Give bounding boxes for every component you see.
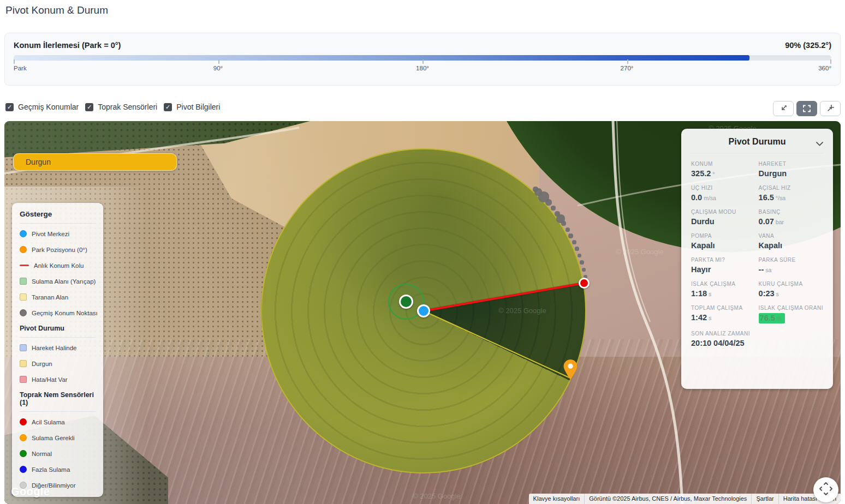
needs-water-swatch xyxy=(20,434,27,441)
collapse-arrow-icon xyxy=(779,105,787,112)
scanned-area-swatch xyxy=(20,293,27,301)
field-islak-orani: ISLAK ÇALIŞMA ORANI76.5% xyxy=(759,305,823,323)
field-acisal-hiz: AÇISAL HIZ16.5°/sa xyxy=(759,185,823,202)
collapse-map-button[interactable] xyxy=(773,101,794,116)
legend-item: Hata/Hat Var xyxy=(20,371,96,387)
legend-item: Durgun xyxy=(20,356,96,371)
toggle-label[interactable]: Toprak Sensörleri xyxy=(98,103,157,111)
pan-control-button[interactable] xyxy=(813,477,838,502)
soil-sensor-marker[interactable] xyxy=(399,295,413,309)
moving-swatch xyxy=(20,344,27,351)
unknown-swatch xyxy=(20,482,27,489)
legend-item: Pivot Merkezi xyxy=(20,226,96,242)
field-son-analiz: SON ANALIZ ZAMANI20:10 04/04/25 xyxy=(691,331,823,347)
field-parka-sure: PARKA SÜRE--sa xyxy=(759,257,823,274)
legend-item: Sulama Alanı (Yarıçap) xyxy=(20,273,96,289)
legend-item: Hareket Halinde xyxy=(20,340,96,356)
legend-section-pivot-status: Pivot Durumu xyxy=(20,325,96,332)
expand-map-button[interactable] xyxy=(820,101,841,116)
progress-track xyxy=(14,55,831,61)
legend-section-soil-sensors: Toprak Nem Sensörleri (1) xyxy=(20,391,96,406)
checkbox-checked-icon[interactable]: ✓ xyxy=(85,103,93,111)
page-title: Pivot Konum & Durum xyxy=(5,4,108,16)
panel-title: Pivot Durumu xyxy=(729,137,786,146)
checkbox-checked-icon[interactable]: ✓ xyxy=(5,103,14,111)
pivot-center-swatch xyxy=(20,230,27,237)
pivot-status-panel: Pivot Durumu KONUM325.2° HAREKETDurgun U… xyxy=(681,129,833,389)
tick-mark xyxy=(627,59,628,64)
legend-item: Anlık Konum Kolu xyxy=(20,257,96,273)
wet-ratio-badge: 76.5% xyxy=(759,313,786,323)
tick-mark xyxy=(14,59,15,64)
pivot-status-page: Pivot Konum & Durum Konum İlerlemesi (Pa… xyxy=(0,0,845,504)
satellite-map[interactable]: Durgun Gösterge Pivot Merkezi Park Pozis… xyxy=(4,121,841,504)
pivot-center-marker[interactable] xyxy=(417,304,430,317)
field-parkta-mi: PARKTA MI?Hayır xyxy=(691,257,755,274)
legend-item: Normal xyxy=(20,446,96,461)
idle-swatch xyxy=(20,360,27,367)
field-vana: VANAKapalı xyxy=(759,233,823,250)
urgent-swatch xyxy=(20,418,27,425)
legend-item: Acil Sulama xyxy=(20,414,96,430)
pivot-status-badge: Durgun xyxy=(13,153,177,171)
imagery-credit: Görüntü ©2025 Airbus, CNES / Airbus, Max… xyxy=(584,494,751,504)
legend-item: Park Pozisyonu (0°) xyxy=(20,242,96,257)
progress-title: Konum İlerlemesi (Park = 0°) xyxy=(14,41,121,50)
normal-swatch xyxy=(20,450,27,457)
position-progress-card: Konum İlerlemesi (Park = 0°) 90% (325.2°… xyxy=(4,33,841,86)
field-hareket: HAREKETDurgun xyxy=(759,161,823,178)
progress-value: 90% (325.2°) xyxy=(785,41,831,50)
google-watermark: © 2025 Google xyxy=(498,307,546,315)
legend-title: Gösterge xyxy=(20,210,96,218)
fullscreen-icon xyxy=(803,105,811,112)
tick-mark xyxy=(830,59,831,64)
toggle-label[interactable]: Geçmiş Konumlar xyxy=(18,103,79,111)
legend-item: Geçmiş Konum Noktası xyxy=(20,305,96,321)
error-swatch xyxy=(20,376,27,383)
field-islak-calisma: ISLAK ÇALIŞMA1:18s xyxy=(691,281,755,298)
terms-link[interactable]: Şartlar xyxy=(751,494,778,504)
legend-item: Diğer/Bilinmiyor xyxy=(20,477,96,493)
pan-arrows-icon xyxy=(819,482,833,498)
fullscreen-map-button[interactable] xyxy=(796,101,817,116)
tick-label-360: 360° xyxy=(818,65,831,71)
tick-label-270: 270° xyxy=(621,65,634,71)
field-kuru-calisma: KURU ÇALIŞMA0:23s xyxy=(759,281,823,298)
park-position-pin[interactable] xyxy=(562,359,579,381)
map-size-controls xyxy=(773,101,841,116)
field-basinc: BASINÇ0.07bar xyxy=(759,209,823,226)
field-uc-hizi: UÇ HIZI0.0m/sa xyxy=(691,185,755,202)
tick-mark xyxy=(422,59,424,64)
chevron-down-icon[interactable] xyxy=(816,139,823,148)
checkbox-checked-icon[interactable]: ✓ xyxy=(164,103,172,111)
map-attribution: Klavye kısayolları Görüntü ©2025 Airbus,… xyxy=(529,494,841,504)
field-toplam-calisma: TOPLAM ÇALIŞMA1:42s xyxy=(691,305,755,323)
layer-toggles: ✓ Geçmiş Konumlar ✓ Toprak Sensörleri ✓ … xyxy=(5,103,227,111)
park-position-swatch xyxy=(20,246,27,253)
google-watermark: © 2025 Google xyxy=(616,248,664,256)
tick-label-park: Park xyxy=(14,65,27,71)
expand-arrow-icon xyxy=(826,105,834,112)
arm-line-swatch xyxy=(20,265,29,267)
toggle-history-positions[interactable]: ✓ Geçmiş Konumlar xyxy=(5,103,79,111)
tick-label-180: 180° xyxy=(416,65,429,71)
map-legend: Gösterge Pivot Merkezi Park Pozisyonu (0… xyxy=(12,203,103,497)
field-calisma-modu: ÇALIŞMA MODUDurdu xyxy=(691,209,755,226)
legend-item: Sulama Gerekli xyxy=(20,430,96,446)
tick-mark xyxy=(218,59,219,64)
overwater-swatch xyxy=(20,466,27,473)
legend-item: Fazla Sulama xyxy=(20,461,96,477)
progress-fill xyxy=(14,55,749,61)
field-pompa: POMPAKapalı xyxy=(691,233,755,250)
keyboard-shortcuts-link[interactable]: Klavye kısayolları xyxy=(529,494,585,504)
toggle-label[interactable]: Pivot Bilgileri xyxy=(176,103,220,111)
field-konum: KONUM325.2° xyxy=(691,161,755,178)
toggle-pivot-info[interactable]: ✓ Pivot Bilgileri xyxy=(164,103,220,111)
history-point-swatch xyxy=(20,309,27,316)
toggle-soil-sensors[interactable]: ✓ Toprak Sensörleri xyxy=(85,103,157,111)
google-watermark: © 2025 Google xyxy=(413,492,461,500)
legend-item: Taranan Alan xyxy=(20,289,96,305)
tick-label-90: 90° xyxy=(213,65,223,71)
arm-end-marker[interactable] xyxy=(579,278,590,289)
irrigation-area-swatch xyxy=(20,278,27,285)
